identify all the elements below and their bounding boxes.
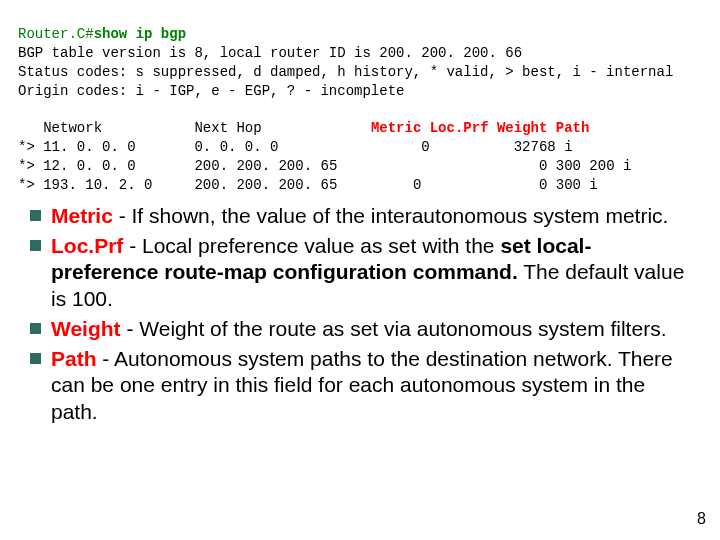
table-row: *> 12. 0. 0. 0 200. 200. 200. 65 0 300 2… xyxy=(18,158,631,174)
list-item: Path - Autonomous system paths to the de… xyxy=(30,346,696,425)
explanation-list: Metric - If shown, the value of the inte… xyxy=(0,195,720,425)
bullet-icon xyxy=(30,323,41,334)
table-row: *> 193. 10. 2. 0 200. 200. 200. 65 0 0 3… xyxy=(18,177,598,193)
list-item: Metric - If shown, the value of the inte… xyxy=(30,203,696,229)
list-item: Loc.Prf - Local preference value as set … xyxy=(30,233,696,312)
bullet-icon xyxy=(30,353,41,364)
list-item: Weight - Weight of the route as set via … xyxy=(30,316,696,342)
col-weight: Weight xyxy=(497,120,547,136)
bullet-icon xyxy=(30,210,41,221)
terminal-output: Router.C#show ip bgp BGP table version i… xyxy=(0,0,720,195)
col-path: Path xyxy=(556,120,590,136)
origin-codes-line: Origin codes: i - IGP, e - EGP, ? - inco… xyxy=(18,83,404,99)
router-prompt: Router.C# xyxy=(18,26,94,42)
table-row: *> 11. 0. 0. 0 0. 0. 0. 0 0 32768 i xyxy=(18,139,573,155)
bullet-text: Metric - If shown, the value of the inte… xyxy=(51,203,668,229)
bullet-text: Loc.Prf - Local preference value as set … xyxy=(51,233,696,312)
bullet-text: Weight - Weight of the route as set via … xyxy=(51,316,666,342)
col-nexthop: Next Hop xyxy=(194,120,261,136)
col-locprf: Loc.Prf xyxy=(430,120,489,136)
col-network: Network xyxy=(43,120,102,136)
bullet-text: Path - Autonomous system paths to the de… xyxy=(51,346,696,425)
cli-command: show ip bgp xyxy=(94,26,186,42)
status-codes-line: Status codes: s suppressed, d damped, h … xyxy=(18,64,673,80)
bgp-version-line: BGP table version is 8, local router ID … xyxy=(18,45,522,61)
col-metric: Metric xyxy=(371,120,421,136)
bullet-icon xyxy=(30,240,41,251)
page-number: 8 xyxy=(697,510,706,528)
